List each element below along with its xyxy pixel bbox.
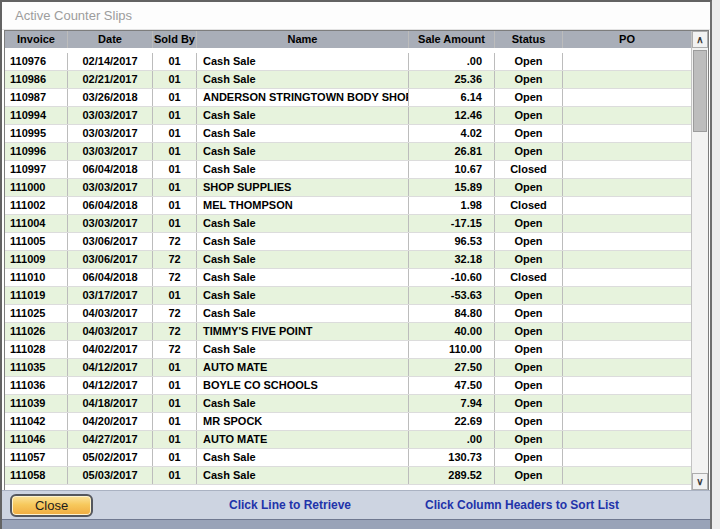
- cell-invoice: 111058: [5, 467, 68, 484]
- cell-name: Cash Sale: [197, 341, 409, 358]
- table-row[interactable]: 11099706/04/201801Cash Sale10.67Closed: [5, 161, 691, 179]
- cell-name: Cash Sale: [197, 251, 409, 268]
- cell-name: Cash Sale: [197, 107, 409, 124]
- table-row[interactable]: 11104604/27/201701AUTO MATE.00Open: [5, 431, 691, 449]
- cell-status: Open: [495, 449, 563, 466]
- cell-status: Open: [495, 215, 563, 232]
- cell-name: AUTO MATE: [197, 431, 409, 448]
- cell-status: Open: [495, 377, 563, 394]
- scrollbar-thumb[interactable]: [693, 50, 707, 132]
- cell-name: Cash Sale: [197, 395, 409, 412]
- cell-status: Closed: [495, 161, 563, 178]
- table-row[interactable]: 11099403/03/201701Cash Sale12.46Open: [5, 107, 691, 125]
- cell-po: [563, 413, 691, 430]
- column-header-status[interactable]: Status: [495, 31, 563, 48]
- cell-po: [563, 269, 691, 286]
- column-header-name[interactable]: Name: [197, 31, 409, 48]
- cell-amount: 289.52: [409, 467, 495, 484]
- cell-po: [563, 341, 691, 358]
- scroll-up-icon[interactable]: ∧: [692, 31, 708, 48]
- table-row[interactable]: 11102504/03/201772Cash Sale84.80Open: [5, 305, 691, 323]
- cell-po: [563, 197, 691, 214]
- cell-sold: 01: [153, 377, 197, 394]
- cell-sold: 01: [153, 125, 197, 142]
- cell-status: Closed: [495, 197, 563, 214]
- close-button[interactable]: Close: [10, 494, 93, 517]
- column-header-po[interactable]: PO: [563, 31, 691, 48]
- scroll-down-icon[interactable]: ∨: [692, 473, 708, 490]
- cell-sold: 01: [153, 89, 197, 106]
- cell-name: SHOP SUPPLIES: [197, 179, 409, 196]
- cell-sold: 72: [153, 269, 197, 286]
- cell-amount: 96.53: [409, 233, 495, 250]
- cell-po: [563, 449, 691, 466]
- cell-sold: 01: [153, 287, 197, 304]
- table-row[interactable]: 11104204/20/201701MR SPOCK22.69Open: [5, 413, 691, 431]
- cell-sold: 72: [153, 323, 197, 340]
- cell-amount: 84.80: [409, 305, 495, 322]
- table-row[interactable]: 11103604/12/201701BOYLE CO SCHOOLS47.50O…: [5, 377, 691, 395]
- table-row[interactable]: 11105705/02/201701Cash Sale130.73Open: [5, 449, 691, 467]
- cell-amount: 25.36: [409, 71, 495, 88]
- cell-invoice: 111002: [5, 197, 68, 214]
- column-header-date[interactable]: Date: [68, 31, 153, 48]
- cell-po: [563, 287, 691, 304]
- table-row[interactable]: 11099503/03/201701Cash Sale4.02Open: [5, 125, 691, 143]
- cell-sold: 01: [153, 359, 197, 376]
- cell-invoice: 111026: [5, 323, 68, 340]
- column-header-sold-by[interactable]: Sold By: [153, 31, 197, 48]
- cell-name: Cash Sale: [197, 125, 409, 142]
- cell-status: Open: [495, 395, 563, 412]
- table-row[interactable]: 11100003/03/201701SHOP SUPPLIES15.89Open: [5, 179, 691, 197]
- table-row[interactable]: 11101903/17/201701Cash Sale-53.63Open: [5, 287, 691, 305]
- cell-po: [563, 53, 691, 70]
- cell-invoice: 110995: [5, 125, 68, 142]
- cell-amount: 6.14: [409, 89, 495, 106]
- cell-invoice: 111039: [5, 395, 68, 412]
- table-row[interactable]: 11098703/26/201801ANDERSON STRINGTOWN BO…: [5, 89, 691, 107]
- cell-name: Cash Sale: [197, 287, 409, 304]
- table-row[interactable]: 11101006/04/201872Cash Sale-10.60Closed: [5, 269, 691, 287]
- cell-date: 05/02/2017: [68, 449, 153, 466]
- cell-invoice: 111028: [5, 341, 68, 358]
- cell-po: [563, 467, 691, 484]
- cell-name: BOYLE CO SCHOOLS: [197, 377, 409, 394]
- column-header-invoice[interactable]: Invoice: [5, 31, 68, 48]
- table-row[interactable]: 11097602/14/201701Cash Sale.00Open: [5, 53, 691, 71]
- cell-date: 05/03/2017: [68, 467, 153, 484]
- cell-po: [563, 251, 691, 268]
- cell-po: [563, 215, 691, 232]
- table-row[interactable]: 11099603/03/201701Cash Sale26.81Open: [5, 143, 691, 161]
- cell-sold: 72: [153, 341, 197, 358]
- cell-name: Cash Sale: [197, 269, 409, 286]
- column-header-sale-amount[interactable]: Sale Amount: [409, 31, 495, 48]
- cell-po: [563, 305, 691, 322]
- cell-date: 02/14/2017: [68, 53, 153, 70]
- vertical-scrollbar[interactable]: ∧ ∨: [691, 31, 708, 490]
- cell-invoice: 110997: [5, 161, 68, 178]
- cell-sold: 01: [153, 449, 197, 466]
- cell-sold: 01: [153, 161, 197, 178]
- cell-status: Open: [495, 467, 563, 484]
- cell-date: 03/06/2017: [68, 251, 153, 268]
- cell-date: 03/03/2017: [68, 179, 153, 196]
- cell-status: Open: [495, 323, 563, 340]
- cell-date: 03/03/2017: [68, 125, 153, 142]
- table-row[interactable]: 11100903/06/201772Cash Sale32.18Open: [5, 251, 691, 269]
- cell-po: [563, 179, 691, 196]
- table-row[interactable]: 11103904/18/201701Cash Sale7.94Open: [5, 395, 691, 413]
- cell-sold: 72: [153, 251, 197, 268]
- table-row[interactable]: 11102804/02/201772Cash Sale110.00Open: [5, 341, 691, 359]
- cell-invoice: 111035: [5, 359, 68, 376]
- cell-invoice: 110976: [5, 53, 68, 70]
- cell-status: Open: [495, 89, 563, 106]
- table-row[interactable]: 11098602/21/201701Cash Sale25.36Open: [5, 71, 691, 89]
- table-row[interactable]: 11103504/12/201701AUTO MATE27.50Open: [5, 359, 691, 377]
- table-row[interactable]: 11100206/04/201801MEL THOMPSON1.98Closed: [5, 197, 691, 215]
- table-row[interactable]: 11105805/03/201701Cash Sale289.52Open: [5, 467, 691, 485]
- cell-name: MR SPOCK: [197, 413, 409, 430]
- table-row[interactable]: 11100403/03/201701Cash Sale-17.15Open: [5, 215, 691, 233]
- cell-date: 04/20/2017: [68, 413, 153, 430]
- table-row[interactable]: 11100503/06/201772Cash Sale96.53Open: [5, 233, 691, 251]
- table-row[interactable]: 11102604/03/201772TIMMY'S FIVE POINT40.0…: [5, 323, 691, 341]
